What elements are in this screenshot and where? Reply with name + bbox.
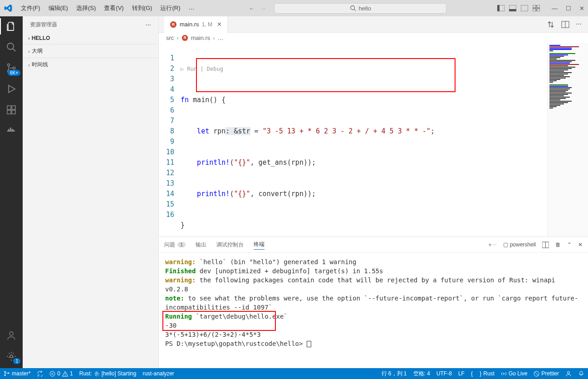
svg-rect-6: [521, 5, 528, 11]
chevron-right-icon: ›: [213, 34, 215, 41]
new-terminal-icon[interactable]: ＋﹀: [487, 241, 497, 249]
status-encoding[interactable]: UTF-8: [436, 370, 452, 377]
menu-select[interactable]: 选择(S): [73, 2, 99, 14]
status-sync[interactable]: [37, 370, 43, 377]
svg-rect-5: [509, 9, 516, 11]
svg-rect-3: [497, 5, 500, 11]
activity-search[interactable]: [5, 41, 18, 54]
activity-extensions[interactable]: [5, 103, 18, 116]
rust-file-icon: R: [170, 21, 177, 28]
editor-body[interactable]: 12345678910111213141516 ▷ Run | Debug fn…: [159, 43, 588, 236]
search-icon: [350, 5, 356, 11]
activity-debug[interactable]: [5, 83, 18, 95]
activity-bar: 6K+ 1: [0, 16, 23, 368]
svg-line-1: [354, 10, 356, 11]
status-spaces[interactable]: 空格: 4: [413, 370, 430, 378]
svg-rect-9: [533, 9, 536, 11]
sidebar-more-icon[interactable]: ⋯: [146, 22, 151, 28]
svg-line-39: [534, 372, 539, 376]
breadcrumb-file[interactable]: main.rs: [191, 34, 211, 41]
compare-icon[interactable]: [547, 20, 555, 29]
tab-more-icon[interactable]: ⋯: [576, 20, 582, 29]
panel-tab-problems[interactable]: 问题1: [164, 240, 186, 250]
split-editor-icon[interactable]: [561, 20, 569, 29]
svg-point-21: [10, 355, 13, 358]
bell-icon: [578, 370, 584, 377]
breadcrumb-more[interactable]: …: [218, 34, 224, 41]
code-content[interactable]: ▷ Run | Debug fn main() { let rpn: &str …: [179, 43, 547, 236]
sync-icon: [37, 370, 43, 377]
svg-point-40: [568, 372, 570, 374]
rust-file-icon: R: [181, 34, 188, 41]
warning-icon: [62, 371, 68, 377]
layout-bottom-icon[interactable]: [509, 5, 516, 11]
status-cursor-pos[interactable]: 行 6，列 1: [382, 370, 407, 378]
status-prettier[interactable]: Prettier: [534, 370, 559, 377]
menu-more[interactable]: …: [185, 2, 198, 14]
activity-explorer[interactable]: [5, 20, 18, 33]
prettier-icon: [534, 371, 539, 377]
status-eol[interactable]: LF: [458, 370, 465, 377]
chevron-right-icon: ›: [176, 34, 178, 41]
status-analyzer[interactable]: rust-analyzer: [142, 370, 174, 377]
activity-docker[interactable]: [5, 124, 18, 137]
menu-edit[interactable]: 编辑(E): [45, 2, 72, 14]
search-text: hello: [359, 5, 371, 12]
menu-run[interactable]: 运行(R): [157, 2, 184, 14]
error-icon: [49, 371, 55, 377]
tab-filename: main.rs: [180, 21, 199, 28]
status-language[interactable]: { } Rust: [471, 370, 495, 377]
menu-file[interactable]: 文件(F): [17, 2, 44, 14]
sidebar-section-timeline[interactable]: ›时间线: [23, 59, 158, 70]
layout-grid-icon[interactable]: [533, 5, 540, 11]
nav-back[interactable]: ←: [249, 5, 255, 12]
breadcrumb[interactable]: src › R main.rs › …: [159, 33, 588, 43]
panel-tab-debug[interactable]: 调试控制台: [216, 240, 244, 250]
problems-count: 1: [177, 242, 186, 247]
status-errors[interactable]: 0 1: [49, 370, 73, 377]
person-icon: [565, 370, 572, 377]
status-golive[interactable]: Go Live: [501, 370, 527, 377]
svg-rect-19: [12, 106, 15, 109]
tab-close-icon[interactable]: ✕: [217, 21, 222, 28]
menu-goto[interactable]: 转到(G): [128, 2, 156, 14]
titlebar: 文件(F) 编辑(E) 选择(S) 查看(V) 转到(G) 运行(R) … ← …: [0, 0, 588, 16]
status-branch[interactable]: master*: [4, 370, 30, 377]
breadcrumb-folder[interactable]: src: [166, 34, 174, 41]
status-notifications[interactable]: [578, 370, 584, 377]
sidebar-section-hello[interactable]: ›HELLO: [23, 33, 158, 43]
sidebar-title: 资源管理器: [30, 21, 57, 29]
chevron-right-icon: ›: [28, 49, 30, 54]
layout-right-icon[interactable]: [521, 5, 528, 11]
codelens[interactable]: ▷ Run | Debug: [179, 64, 547, 74]
status-rust[interactable]: Rust: [hello] Starting: [79, 370, 137, 377]
chevron-right-icon: ›: [28, 62, 30, 68]
tab-main-rs[interactable]: R main.rs 1, M ✕: [164, 16, 228, 33]
panel-close-icon[interactable]: ✕: [578, 241, 583, 248]
split-terminal-icon[interactable]: [542, 241, 549, 248]
minimap[interactable]: [547, 43, 588, 236]
gear-icon: [94, 371, 100, 377]
sidebar-section-outline[interactable]: ›大纲: [23, 45, 158, 57]
panel-tab-terminal[interactable]: 终端: [254, 240, 265, 250]
window-close[interactable]: ✕: [579, 5, 584, 12]
svg-rect-10: [537, 9, 540, 11]
activity-account[interactable]: [5, 329, 18, 342]
menu-view[interactable]: 查看(V): [100, 2, 127, 14]
terminal[interactable]: warning: `hello` (bin "hello") generated…: [159, 253, 588, 368]
nav-forward[interactable]: →: [260, 5, 266, 12]
command-center[interactable]: hello: [274, 3, 446, 14]
window-maximize[interactable]: ☐: [566, 5, 571, 12]
activity-scm[interactable]: 6K+: [5, 62, 18, 74]
terminal-shell[interactable]: ▢ powershell: [503, 241, 536, 248]
status-feedback[interactable]: [565, 370, 572, 377]
svg-rect-16: [7, 106, 11, 109]
panel-tab-output[interactable]: 输出: [196, 240, 206, 250]
vscode-logo: [4, 4, 13, 13]
layout-left-icon[interactable]: [497, 5, 505, 11]
svg-point-35: [65, 375, 65, 375]
kill-terminal-icon[interactable]: 🗑: [555, 241, 561, 248]
activity-settings[interactable]: 1: [5, 350, 18, 363]
panel-maximize-icon[interactable]: ⌃: [567, 241, 572, 248]
window-minimize[interactable]: —: [552, 5, 558, 12]
